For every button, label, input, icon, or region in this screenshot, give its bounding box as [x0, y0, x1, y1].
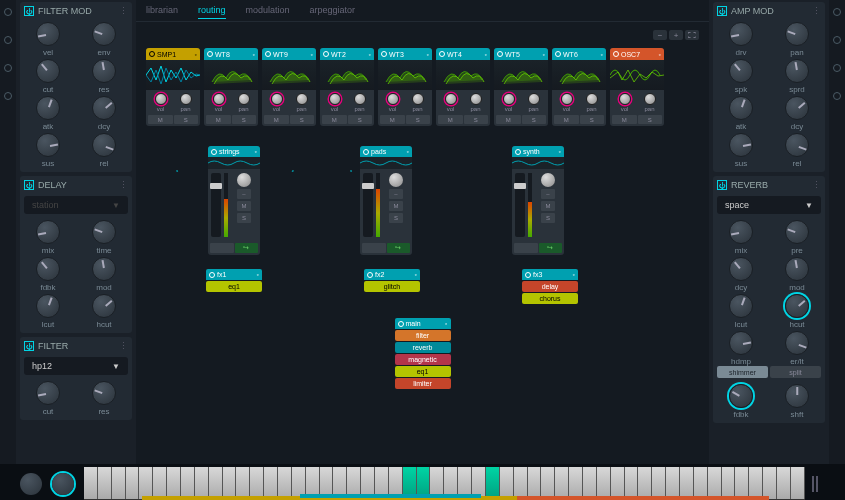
- main-slot-magnetic[interactable]: magnetic: [395, 354, 451, 365]
- fx-slot-eq1[interactable]: eq1: [206, 281, 262, 292]
- knob-dial[interactable]: [729, 384, 753, 408]
- piano-key[interactable]: [223, 467, 237, 499]
- piano-key[interactable]: [486, 467, 500, 499]
- power-icon[interactable]: [439, 51, 445, 57]
- piano-key[interactable]: [195, 467, 209, 499]
- knob-dial[interactable]: [729, 133, 753, 157]
- zoom-out-button[interactable]: −: [653, 30, 667, 40]
- rail-slot[interactable]: [833, 8, 841, 16]
- piano-key[interactable]: [735, 467, 749, 499]
- osc-header[interactable]: OSC7 ◦: [610, 48, 664, 60]
- knob-dial[interactable]: [92, 133, 116, 157]
- knob-dial[interactable]: [785, 22, 809, 46]
- mixer-button-–[interactable]: –: [541, 189, 555, 199]
- osc-button-S[interactable]: S: [464, 115, 489, 124]
- piano-key[interactable]: [514, 467, 528, 499]
- rail-slot[interactable]: [833, 36, 841, 44]
- fader[interactable]: [363, 173, 373, 237]
- knob-dial[interactable]: [729, 96, 753, 120]
- knob-dial[interactable]: [296, 93, 308, 105]
- knob-dial[interactable]: [92, 96, 116, 120]
- piano-key[interactable]: [555, 467, 569, 499]
- knob-dial[interactable]: [561, 93, 573, 105]
- fx-header[interactable]: fx2 ◦: [364, 269, 420, 280]
- osc-header[interactable]: SMP1 ◦: [146, 48, 200, 60]
- panel-menu-icon[interactable]: ⋮: [119, 6, 128, 16]
- osc-menu-icon[interactable]: ◦: [427, 51, 429, 58]
- piano-key[interactable]: [153, 467, 167, 499]
- piano-key[interactable]: [500, 467, 514, 499]
- piano-key[interactable]: [541, 467, 555, 499]
- rail-slot[interactable]: [833, 64, 841, 72]
- fader-handle[interactable]: [514, 183, 526, 189]
- piano-key[interactable]: [583, 467, 597, 499]
- osc-button-M[interactable]: M: [612, 115, 637, 124]
- knob-dial[interactable]: [36, 220, 60, 244]
- knob-dial[interactable]: [586, 93, 598, 105]
- knob-dial[interactable]: [92, 59, 116, 83]
- mixer-header[interactable]: synth ◦: [512, 146, 564, 157]
- mixer-button-M[interactable]: M: [389, 201, 403, 211]
- fx-menu-icon[interactable]: ◦: [415, 271, 417, 278]
- waveform-display[interactable]: [610, 60, 664, 90]
- mixer-send-btn[interactable]: ↪: [235, 243, 259, 253]
- power-icon[interactable]: [525, 272, 531, 278]
- osc-button-S[interactable]: S: [174, 115, 199, 124]
- piano-key[interactable]: [112, 467, 126, 499]
- mixer-header[interactable]: pads ◦: [360, 146, 412, 157]
- fader[interactable]: [211, 173, 221, 237]
- piano-key[interactable]: [611, 467, 625, 499]
- osc-button-S[interactable]: S: [638, 115, 663, 124]
- knob-dial[interactable]: [412, 93, 424, 105]
- main-menu-icon[interactable]: ◦: [445, 320, 447, 327]
- waveform-display[interactable]: [378, 60, 432, 90]
- knob-dial[interactable]: [36, 22, 60, 46]
- tab-librarian[interactable]: librarian: [146, 2, 178, 19]
- fx-menu-icon[interactable]: ◦: [573, 271, 575, 278]
- piano-key[interactable]: [126, 467, 140, 499]
- mixer-button-S[interactable]: S: [541, 213, 555, 223]
- knob-dial[interactable]: [92, 294, 116, 318]
- mixer-foot-btn[interactable]: [362, 243, 386, 253]
- fader-handle[interactable]: [210, 183, 222, 189]
- knob-dial[interactable]: [329, 93, 341, 105]
- knob-dial[interactable]: [729, 257, 753, 281]
- toggle-split[interactable]: split: [770, 366, 821, 378]
- rail-slot[interactable]: [4, 36, 12, 44]
- tab-arpeggiator[interactable]: arpeggiator: [310, 2, 356, 19]
- mod-wheel[interactable]: [52, 473, 74, 495]
- osc-menu-icon[interactable]: ◦: [311, 51, 313, 58]
- knob-dial[interactable]: [785, 220, 809, 244]
- power-icon[interactable]: [209, 272, 215, 278]
- knob-dial[interactable]: [92, 220, 116, 244]
- tab-routing[interactable]: routing: [198, 2, 226, 19]
- knob-dial[interactable]: [785, 96, 809, 120]
- fx-slot-delay[interactable]: delay: [522, 281, 578, 292]
- pan-knob[interactable]: [237, 173, 251, 187]
- rail-slot[interactable]: [4, 92, 12, 100]
- power-icon[interactable]: [381, 51, 387, 57]
- power-icon[interactable]: [398, 321, 404, 327]
- osc-button-M[interactable]: M: [322, 115, 347, 124]
- osc-button-S[interactable]: S: [290, 115, 315, 124]
- osc-button-S[interactable]: S: [522, 115, 547, 124]
- knob-dial[interactable]: [238, 93, 250, 105]
- piano-key[interactable]: [749, 467, 763, 499]
- fader[interactable]: [515, 173, 525, 237]
- power-icon[interactable]: [555, 51, 561, 57]
- osc-header[interactable]: WT3 ◦: [378, 48, 432, 60]
- knob-dial[interactable]: [213, 93, 225, 105]
- osc-header[interactable]: WT4 ◦: [436, 48, 490, 60]
- osc-menu-icon[interactable]: ◦: [659, 51, 661, 58]
- mixer-header[interactable]: strings ◦: [208, 146, 260, 157]
- power-icon[interactable]: [367, 272, 373, 278]
- mixer-button-–[interactable]: –: [389, 189, 403, 199]
- piano-key[interactable]: [139, 467, 153, 499]
- power-icon[interactable]: [265, 51, 271, 57]
- piano-key[interactable]: [528, 467, 542, 499]
- knob-dial[interactable]: [785, 384, 809, 408]
- main-slot-eq1[interactable]: eq1: [395, 366, 451, 377]
- tab-modulation[interactable]: modulation: [246, 2, 290, 19]
- main-slot-limiter[interactable]: limiter: [395, 378, 451, 389]
- osc-button-M[interactable]: M: [438, 115, 463, 124]
